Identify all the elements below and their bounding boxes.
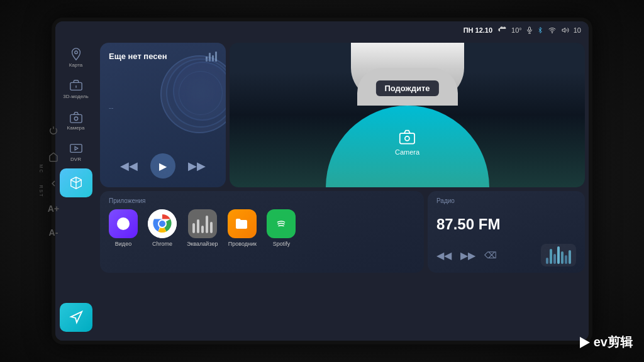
radio-prev-button[interactable]: ◀◀ [436, 250, 452, 261]
svg-point-7 [74, 117, 78, 121]
bluetooth-icon [537, 26, 543, 35]
day-date: ПН 12.10 [464, 26, 492, 34]
apps-widget: Приложения [100, 191, 424, 273]
sidebar-item-3d[interactable]: 3D-модель [60, 74, 92, 103]
camera-label: Camera [395, 148, 419, 156]
svg-point-3 [74, 50, 77, 53]
watermark: ev剪辑 [580, 334, 633, 351]
sidebar-label-camera: Камера [67, 125, 85, 131]
app-spotify-label: Spotify [273, 241, 291, 247]
sidebar-label-map: Карта [69, 62, 82, 68]
radio-next-button[interactable]: ▶▶ [460, 250, 475, 261]
svg-rect-6 [70, 114, 81, 123]
music-subtitle: -- [109, 104, 217, 111]
wait-label: Подождите [375, 80, 438, 96]
volume-level: 10 [574, 26, 581, 34]
svg-marker-9 [75, 146, 78, 150]
svg-point-12 [405, 136, 409, 141]
temperature: 10° [511, 26, 522, 34]
app-folder-label: Проводник [228, 241, 257, 247]
play-button[interactable]: ▶ [150, 153, 175, 178]
wifi-icon [547, 26, 557, 34]
app-eq[interactable]: Эквалайзер [187, 209, 218, 247]
volume-down-button[interactable]: A- [49, 228, 58, 238]
svg-point-1 [552, 33, 552, 33]
radio-widget: Радио 87.50 FM ◀◀ ▶▶ ⌫ [428, 191, 585, 273]
back-button[interactable] [47, 177, 60, 190]
sidebar: Карта 3D-модель [55, 39, 96, 341]
radio-title: Радио [436, 197, 576, 204]
volume-icon [561, 26, 570, 34]
sidebar-item-dvr[interactable]: DVR [60, 137, 92, 166]
radio-frequency: 87.50 FM [436, 216, 576, 233]
sidebar-item-camera[interactable]: Камера [60, 106, 92, 134]
watermark-play-icon [580, 337, 590, 348]
app-folder[interactable]: Проводник [228, 209, 257, 247]
apps-title: Приложения [109, 197, 415, 204]
prev-button[interactable]: ◀◀ [120, 159, 138, 173]
app-video[interactable]: Видео [109, 209, 138, 247]
app-video-label: Видео [115, 241, 131, 247]
app-eq-label: Эквалайзер [187, 241, 218, 247]
music-title: Еще нет песен [109, 52, 167, 61]
svg-marker-2 [562, 28, 565, 33]
music-widget: Еще нет песен -- [100, 43, 226, 187]
home-button[interactable] [47, 151, 60, 163]
next-button[interactable]: ▶▶ [188, 159, 206, 173]
svg-point-17 [159, 221, 165, 227]
power-button[interactable] [47, 124, 60, 137]
rst-button[interactable]: RST [39, 185, 43, 197]
svg-rect-0 [528, 27, 530, 31]
weather-icon [497, 26, 508, 34]
status-bar: ПН 12.10 10° [55, 21, 589, 39]
volume-up-button[interactable]: A+ [48, 204, 59, 214]
app-chrome-label: Chrome [152, 241, 172, 247]
svg-rect-8 [70, 144, 81, 152]
sound-visualizer [541, 244, 576, 266]
sidebar-label-3d: 3D-модель [63, 94, 88, 99]
svg-marker-10 [70, 312, 81, 322]
camera-widget[interactable]: Подождите Camera [230, 43, 585, 187]
app-chrome[interactable]: Chrome [148, 209, 177, 247]
radio-controls: ◀◀ ▶▶ ⌫ [436, 250, 497, 261]
content-area: Еще нет песен -- [96, 39, 589, 341]
sidebar-item-map[interactable]: Карта [60, 43, 92, 72]
apps-grid: Видео [109, 209, 415, 247]
sidebar-item-active[interactable] [60, 168, 92, 197]
nav-arrow-button[interactable] [60, 303, 92, 332]
camera-center: Camera [395, 128, 419, 156]
svg-rect-11 [400, 133, 414, 143]
watermark-text: ev剪辑 [594, 334, 633, 351]
sidebar-label-dvr: DVR [70, 156, 81, 162]
mic-button[interactable]: МС [39, 165, 43, 174]
radio-bars-icon: ⌫ [484, 250, 497, 260]
mic-icon [526, 26, 533, 35]
app-spotify[interactable]: Spotify [267, 209, 296, 247]
